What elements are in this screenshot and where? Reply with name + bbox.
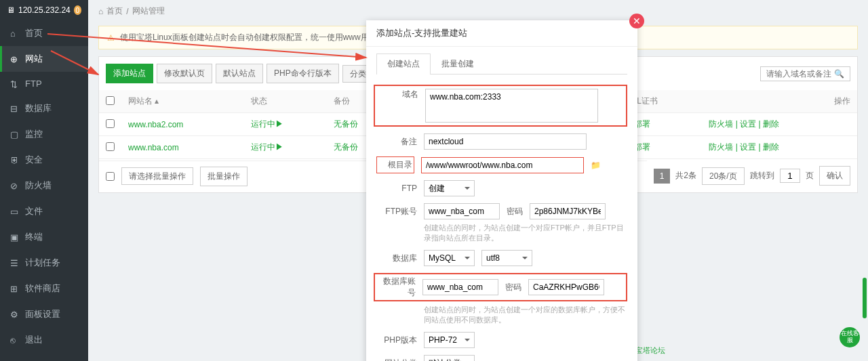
status-link[interactable]: 运行中▶ [251, 142, 283, 152]
domain-input[interactable]: www.nba.com:2333 [425, 89, 598, 123]
logout-icon: ⎋ [10, 335, 20, 345]
batch-select[interactable]: 请选择批量操作 [121, 167, 193, 185]
sidebar-item-security[interactable]: ⛨安全 [0, 147, 88, 173]
db-hint: 创建站点的同时，为站点创建一个对应的数据库帐户，方便不同站点使用不同数据库。 [424, 305, 627, 325]
ftp-account-input[interactable] [424, 203, 500, 219]
search-input[interactable] [766, 69, 834, 79]
category-label: 网站分类 [376, 358, 417, 362]
col-name[interactable]: 网站名 ▴ [121, 90, 244, 113]
php-cli-button[interactable]: PHP命令行版本 [267, 64, 339, 83]
ftp-account-label: FTP账号 [376, 206, 417, 217]
sidebar-item-terminal[interactable]: ▣终端 [0, 224, 88, 250]
firewall-icon: ⊘ [10, 181, 20, 190]
modal-title: 添加站点-支持批量建站 [376, 28, 467, 38]
jump-confirm-button[interactable]: 确认 [819, 166, 850, 186]
db-charset-select[interactable]: utf8 [481, 250, 532, 266]
db-password-input[interactable] [528, 279, 604, 295]
per-page-select[interactable]: 20条/页 [702, 167, 745, 185]
db-type-select[interactable]: MySQL [424, 250, 475, 266]
sidebar-item-firewall[interactable]: ⊘防火墙 [0, 173, 88, 198]
row-checkbox[interactable] [106, 119, 115, 128]
ftp-label: FTP [376, 184, 417, 193]
sidebar-item-files[interactable]: ▭文件 [0, 198, 88, 224]
ftp-password-input[interactable] [530, 203, 606, 219]
domain-label: 域名 [378, 89, 418, 100]
sidebar-item-ftp[interactable]: ⇅FTP [0, 72, 88, 95]
shield-icon: ⛨ [10, 155, 20, 165]
sidebar-item-settings[interactable]: ⚙面板设置 [0, 301, 88, 327]
page-1[interactable]: 1 [654, 169, 671, 184]
root-input[interactable] [421, 157, 584, 173]
sidebar-item-database[interactable]: ⊟数据库 [0, 95, 88, 121]
add-site-modal: 添加站点-支持批量建站 ✕ 创建站点 批量创建 域名 www.nba.com:2… [366, 20, 637, 361]
monitor-icon: 🖥 [7, 5, 15, 15]
sidebar-item-logout[interactable]: ⎋退出 [0, 327, 88, 353]
breadcrumb: ⌂ 首页 / 网站管理 [88, 0, 868, 22]
home-icon: ⌂ [98, 7, 103, 16]
row-checkbox[interactable] [106, 142, 115, 151]
col-status[interactable]: 状态 [244, 90, 327, 113]
select-all-checkbox[interactable] [106, 96, 115, 105]
db-account-label: 数据库账号 [378, 276, 416, 299]
backup-link[interactable]: 无备份 [334, 142, 358, 152]
default-site-button[interactable]: 默认站点 [216, 64, 263, 83]
site-name-link[interactable]: www.nba2.com [128, 120, 183, 129]
monitor-icon: ▢ [10, 129, 20, 139]
db-label: 数据库 [376, 253, 417, 264]
server-ip: 120.25.232.24 [18, 5, 71, 15]
folder-browse-icon[interactable]: 📁 [591, 161, 601, 170]
col-actions: 操作 [700, 90, 857, 113]
sidebar-item-website[interactable]: ⊕网站 [0, 46, 88, 72]
globe-icon: ⊕ [10, 54, 20, 64]
tab-batch[interactable]: 批量创建 [431, 54, 485, 74]
backup-link[interactable]: 无备份 [334, 119, 358, 129]
modify-default-button[interactable]: 修改默认页 [157, 64, 212, 83]
notification-badge[interactable]: 0 [74, 5, 81, 15]
site-name-link[interactable]: www.nba.com [128, 143, 179, 152]
root-label: 根目录 [376, 156, 414, 173]
search-icon[interactable]: 🔍 [834, 69, 844, 79]
breadcrumb-current: 网站管理 [132, 5, 165, 17]
online-support-button[interactable]: 在线客服 [840, 327, 860, 347]
php-label: PHP版本 [376, 335, 417, 346]
site-category-select[interactable]: 默认分类 [424, 355, 475, 361]
close-icon[interactable]: ✕ [629, 14, 644, 28]
settings-icon: ⚙ [10, 310, 20, 319]
tab-create[interactable]: 创建站点 [376, 54, 431, 75]
status-link[interactable]: 运行中▶ [251, 119, 283, 129]
remark-label: 备注 [376, 136, 417, 148]
calendar-icon: ☰ [10, 258, 20, 268]
folder-icon: ▭ [10, 207, 20, 216]
warning-icon: ⚠ [107, 33, 115, 43]
sidebar-item-cron[interactable]: ☰计划任务 [0, 250, 88, 276]
jump-page-input[interactable] [780, 169, 800, 183]
row-actions[interactable]: 防火墙 | 设置 | 删除 [709, 119, 779, 129]
total-count: 共2条 [675, 170, 696, 182]
breadcrumb-home[interactable]: 首页 [106, 5, 123, 17]
sidebar-item-appstore[interactable]: ⊞软件商店 [0, 276, 88, 301]
sidebar-item-home[interactable]: ⌂首页 [0, 20, 88, 46]
database-icon: ⊟ [10, 104, 20, 113]
ftp-icon: ⇅ [10, 79, 20, 89]
scrollbar[interactable] [861, 0, 867, 361]
php-version-select[interactable]: PHP-72 [424, 332, 475, 348]
home-icon: ⌂ [10, 28, 20, 38]
add-site-button[interactable]: 添加站点 [106, 64, 153, 83]
row-actions[interactable]: 防火墙 | 设置 | 删除 [709, 142, 779, 152]
batch-execute-button[interactable]: 批量操作 [200, 167, 248, 186]
sidebar-item-monitor[interactable]: ▢监控 [0, 121, 88, 147]
db-account-input[interactable] [422, 279, 498, 295]
ftp-hint: 创建站点的同时，为站点创建一个对应FTP帐户，并且FTP目录指向站点所在目录。 [424, 223, 627, 243]
batch-checkbox[interactable] [106, 172, 115, 181]
app-icon: ⊞ [10, 284, 20, 293]
terminal-icon: ▣ [10, 232, 20, 242]
ftp-select[interactable]: 创建 [424, 180, 475, 196]
remark-input[interactable] [424, 133, 587, 150]
panel-header: 🖥 120.25.232.24 0 [0, 0, 88, 20]
